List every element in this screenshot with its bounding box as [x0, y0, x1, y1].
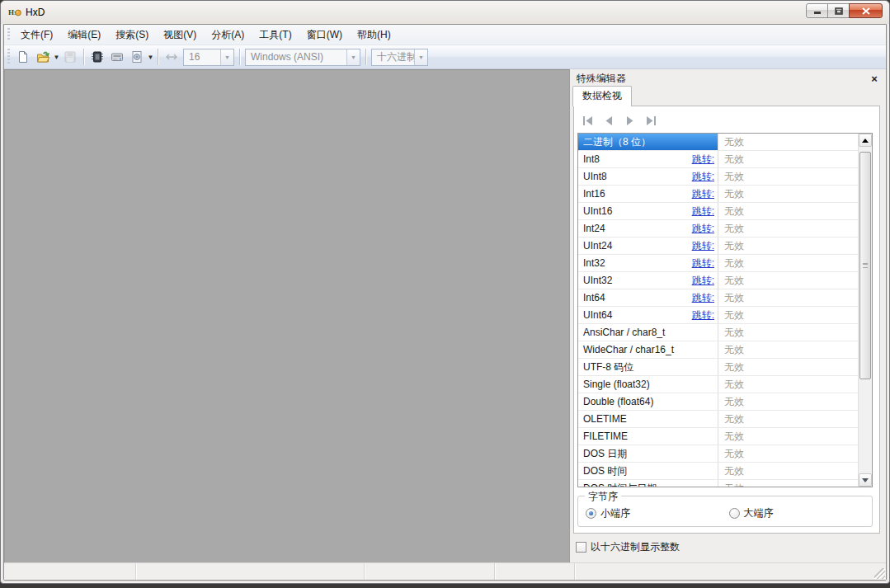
row-value: 无效	[718, 307, 858, 323]
jump-link[interactable]: 跳转:	[692, 239, 714, 253]
menu-item[interactable]: 编辑(E)	[60, 26, 108, 45]
disk-image-dropdown-caret[interactable]: ▼	[147, 47, 154, 67]
table-row[interactable]: Int8 跳转: 无效	[578, 151, 858, 168]
open-ram-button[interactable]	[87, 47, 107, 67]
table-row[interactable]: WideChar / char16_t 无效	[578, 341, 858, 359]
next-icon	[624, 115, 636, 126]
scrollbar-thumb[interactable]	[859, 152, 871, 379]
open-dropdown-caret[interactable]: ▼	[53, 47, 60, 67]
menu-item[interactable]: 分析(A)	[204, 26, 252, 45]
panel-title: 特殊编辑器	[577, 72, 868, 86]
table-row[interactable]: Int16 跳转: 无效	[578, 186, 858, 203]
mdi-client-area[interactable]	[4, 69, 569, 562]
chevron-down-icon[interactable]: ▼	[346, 49, 360, 65]
status-section	[365, 563, 495, 580]
table-row[interactable]: UInt24 跳转: 无效	[578, 238, 858, 255]
chevron-down-icon[interactable]: ▼	[414, 49, 427, 65]
scroll-up-button[interactable]	[859, 134, 872, 147]
menu-item[interactable]: 搜索(S)	[108, 26, 156, 45]
hex-display-checkbox[interactable]	[576, 542, 586, 553]
width-arrows-icon	[165, 50, 178, 64]
jump-link[interactable]: 跳转:	[692, 274, 714, 288]
menu-item[interactable]: 帮助(H)	[350, 26, 398, 45]
jump-link[interactable]: 跳转:	[692, 187, 714, 201]
table-row[interactable]: Single (float32) 无效	[578, 376, 858, 393]
table-row[interactable]: UTF-8 码位 无效	[578, 359, 858, 376]
new-file-button[interactable]	[13, 47, 33, 67]
toolbar: ▼	[4, 45, 886, 69]
menu-item[interactable]: 窗口(W)	[299, 26, 350, 45]
byte-order-option[interactable]: 小端序	[586, 506, 729, 520]
offset-base-combo[interactable]: 十六进制 ▼	[371, 49, 428, 66]
close-button[interactable]	[849, 3, 883, 18]
resize-grip[interactable]	[874, 568, 885, 579]
encoding-value: Windows (ANSI)	[246, 51, 346, 63]
jump-link[interactable]: 跳转:	[692, 205, 714, 219]
toolbar-separator	[239, 49, 240, 65]
table-row[interactable]: UInt16 跳转: 无效	[578, 203, 858, 220]
toolbar-separator	[83, 49, 84, 65]
table-row[interactable]: DOS 日期 无效	[578, 445, 858, 463]
nav-last-button[interactable]	[644, 115, 657, 126]
prev-icon	[603, 115, 615, 126]
jump-link[interactable]: 跳转:	[692, 170, 714, 184]
table-row[interactable]: Int64 跳转: 无效	[578, 289, 858, 307]
row-label-cell: Int24 跳转:	[578, 220, 718, 237]
table-row[interactable]: FILETIME 无效	[578, 428, 858, 445]
table-row[interactable]: UInt64 跳转: 无效	[578, 307, 858, 324]
menu-item[interactable]: 视图(V)	[156, 26, 204, 45]
table-row[interactable]: DOS 时间 无效	[578, 463, 858, 480]
scroll-down-button[interactable]	[859, 473, 872, 487]
radio-label: 大端序	[744, 506, 774, 520]
open-disk-image-button[interactable]	[127, 47, 147, 67]
nav-next-button[interactable]	[624, 115, 636, 126]
status-section	[495, 563, 575, 580]
save-button	[60, 47, 80, 67]
row-value: 无效	[718, 134, 858, 150]
chevron-down-icon[interactable]: ▼	[220, 49, 233, 65]
table-row[interactable]: Int32 跳转: 无效	[578, 255, 858, 272]
byte-order-option[interactable]: 大端序	[729, 506, 873, 520]
menu-bar: 文件(F) 编辑(E) 搜索(S) 视图(V) 分析(A) 工具(T) 窗口(W…	[4, 25, 886, 45]
new-file-icon	[16, 50, 30, 64]
open-file-button[interactable]	[33, 47, 53, 67]
table-row[interactable]: DOS 时间与日期 无效	[578, 480, 858, 487]
jump-link[interactable]: 跳转:	[692, 222, 714, 236]
row-label-cell: UInt64 跳转:	[578, 307, 718, 323]
minimize-button[interactable]	[806, 3, 828, 18]
table-row[interactable]: Int24 跳转: 无效	[578, 220, 858, 238]
tab-data-inspector[interactable]: 数据检视	[572, 86, 632, 106]
table-row[interactable]: UInt8 跳转: 无效	[578, 168, 858, 186]
menu-item[interactable]: 工具(T)	[252, 26, 299, 45]
panel-close-icon[interactable]: ×	[868, 73, 881, 86]
toolbar-gripper	[7, 49, 11, 65]
title-bar[interactable]: Hx HxD	[1, 1, 889, 24]
row-value: 无效	[718, 393, 858, 410]
maximize-button[interactable]	[827, 3, 850, 18]
table-row[interactable]: 二进制（8 位） 无效	[578, 134, 858, 151]
row-value: 无效	[718, 463, 858, 479]
table-row[interactable]: AnsiChar / char8_t 无效	[578, 324, 858, 341]
row-value: 无效	[718, 411, 858, 427]
table-row[interactable]: OLETIME 无效	[578, 411, 858, 428]
row-type-label: FILETIME	[583, 430, 628, 442]
open-disk-button[interactable]	[107, 47, 127, 67]
scrollbar-grip	[863, 263, 868, 268]
table-row[interactable]: UInt32 跳转: 无效	[578, 272, 858, 289]
row-label-cell: Int64 跳转:	[578, 289, 718, 306]
jump-link[interactable]: 跳转:	[692, 291, 714, 305]
jump-link[interactable]: 跳转:	[692, 308, 714, 322]
app-window: Hx HxD 文件(F) 编辑(E) 搜索(S	[0, 0, 890, 584]
menu-item[interactable]: 文件(F)	[13, 26, 60, 45]
nav-first-button[interactable]	[582, 115, 595, 126]
jump-link[interactable]: 跳转:	[692, 153, 714, 167]
table-scrollbar[interactable]	[858, 134, 872, 487]
row-value: 无效	[718, 151, 858, 167]
bytes-per-row-combo[interactable]: 16 ▼	[183, 49, 234, 66]
row-type-label: DOS 日期	[583, 447, 627, 461]
row-value: 无效	[718, 255, 858, 271]
table-row[interactable]: Double (float64) 无效	[578, 393, 858, 411]
encoding-combo[interactable]: Windows (ANSI) ▼	[245, 49, 360, 66]
jump-link[interactable]: 跳转:	[692, 256, 714, 270]
nav-prev-button[interactable]	[603, 115, 615, 126]
